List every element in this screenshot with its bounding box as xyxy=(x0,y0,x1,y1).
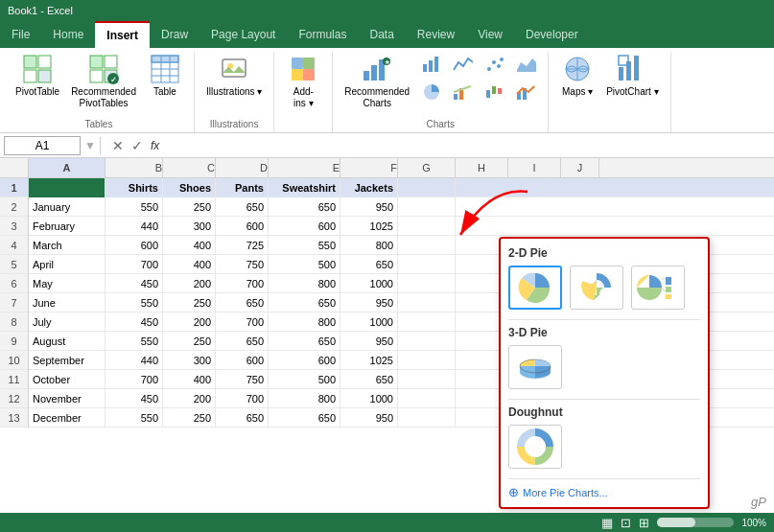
col-header-g[interactable]: G xyxy=(398,158,456,177)
cell-f6[interactable]: 1000 xyxy=(340,274,398,293)
cell-e11[interactable]: 500 xyxy=(269,370,340,389)
cell-d7[interactable]: 650 xyxy=(216,293,269,312)
cell-b9[interactable]: 550 xyxy=(106,332,163,351)
tab-file[interactable]: File xyxy=(0,21,41,48)
tab-review[interactable]: Review xyxy=(406,21,466,48)
pie-3d-button[interactable] xyxy=(508,345,562,389)
cell-a11[interactable]: October xyxy=(29,370,106,389)
cell-f7[interactable]: 950 xyxy=(340,293,398,312)
cell-c3[interactable]: 300 xyxy=(163,217,216,236)
cell-f10[interactable]: 1025 xyxy=(340,351,398,370)
cell-a2[interactable]: January xyxy=(29,197,106,217)
cell-b2[interactable]: 550 xyxy=(106,197,163,217)
cell-e3[interactable]: 600 xyxy=(269,217,340,236)
bar-chart-button[interactable] xyxy=(417,52,446,77)
table-button[interactable]: Table xyxy=(144,52,186,100)
col-header-c[interactable]: C xyxy=(163,158,216,177)
area-chart-button[interactable] xyxy=(511,52,540,77)
cell-d12[interactable]: 700 xyxy=(216,389,269,408)
cell-a3[interactable]: February xyxy=(29,217,106,236)
pie-bar-button[interactable] xyxy=(631,266,685,310)
cell-b3[interactable]: 440 xyxy=(106,217,163,236)
cell-a7[interactable]: June xyxy=(29,293,106,312)
cell-a8[interactable]: July xyxy=(29,312,106,332)
recommended-charts-button[interactable]: ★ RecommendedCharts xyxy=(340,52,413,111)
zoom-slider[interactable] xyxy=(657,518,734,527)
cell-a4[interactable]: March xyxy=(29,236,106,255)
cell-e9[interactable]: 650 xyxy=(269,332,340,351)
cell-g11[interactable] xyxy=(398,370,456,389)
cell-d3[interactable]: 600 xyxy=(216,217,269,236)
cell-b11[interactable]: 700 xyxy=(106,370,163,389)
cell-b8[interactable]: 450 xyxy=(106,312,163,332)
cell-b4[interactable]: 600 xyxy=(106,236,163,255)
cell-f4[interactable]: 800 xyxy=(340,236,398,255)
cell-g9[interactable] xyxy=(398,332,456,351)
cell-d5[interactable]: 750 xyxy=(216,255,269,274)
tab-page-layout[interactable]: Page Layout xyxy=(199,21,287,48)
line-chart-button[interactable] xyxy=(448,52,477,77)
cell-c1[interactable]: Shoes xyxy=(163,178,216,197)
cell-d13[interactable]: 650 xyxy=(216,408,269,428)
cell-a1[interactable] xyxy=(29,178,106,197)
col-header-a[interactable]: A xyxy=(29,158,106,177)
tab-insert[interactable]: Insert xyxy=(95,21,150,48)
cell-f11[interactable]: 650 xyxy=(340,370,398,389)
cell-a10[interactable]: September xyxy=(29,351,106,370)
cell-g12[interactable] xyxy=(398,389,456,408)
cell-c2[interactable]: 250 xyxy=(163,197,216,217)
tab-draw[interactable]: Draw xyxy=(150,21,199,48)
cell-b10[interactable]: 440 xyxy=(106,351,163,370)
illustrations-button[interactable]: Illustrations ▾ xyxy=(202,52,266,100)
pivot-chart-button[interactable]: PivotChart ▾ xyxy=(602,52,662,100)
tab-data[interactable]: Data xyxy=(358,21,405,48)
cell-g2[interactable] xyxy=(398,197,456,217)
cell-c11[interactable]: 400 xyxy=(163,370,216,389)
tab-formulas[interactable]: Formulas xyxy=(287,21,358,48)
cell-g3[interactable] xyxy=(398,217,456,236)
cell-c8[interactable]: 200 xyxy=(163,312,216,332)
cell-d8[interactable]: 700 xyxy=(216,312,269,332)
scatter-chart-button[interactable] xyxy=(481,52,509,77)
col-header-h[interactable]: H xyxy=(456,158,508,177)
col-header-j[interactable]: J xyxy=(561,158,599,177)
cell-f12[interactable]: 1000 xyxy=(340,389,398,408)
cell-d4[interactable]: 725 xyxy=(216,236,269,255)
cell-c5[interactable]: 400 xyxy=(163,255,216,274)
cell-b12[interactable]: 450 xyxy=(106,389,163,408)
pie-donut-cut-button[interactable] xyxy=(570,266,623,310)
cell-g6[interactable] xyxy=(398,274,456,293)
page-break-view-icon[interactable]: ⊞ xyxy=(639,516,649,530)
cell-d10[interactable]: 600 xyxy=(216,351,269,370)
cell-a5[interactable]: April xyxy=(29,255,106,274)
cell-c10[interactable]: 300 xyxy=(163,351,216,370)
cell-e4[interactable]: 550 xyxy=(269,236,340,255)
cell-e12[interactable]: 800 xyxy=(269,389,340,408)
cell-f9[interactable]: 950 xyxy=(340,332,398,351)
cell-g4[interactable] xyxy=(398,236,456,255)
cell-a9[interactable]: August xyxy=(29,332,106,351)
cell-c9[interactable]: 250 xyxy=(163,332,216,351)
normal-view-icon[interactable]: ▦ xyxy=(601,516,613,530)
pivot-table-button[interactable]: PivotTable xyxy=(12,52,63,100)
page-layout-view-icon[interactable]: ⊡ xyxy=(621,516,631,530)
cell-e5[interactable]: 500 xyxy=(269,255,340,274)
cell-f1[interactable]: Jackets xyxy=(340,178,398,197)
cell-e2[interactable]: 650 xyxy=(269,197,340,217)
more-charts-button[interactable] xyxy=(448,80,477,104)
formula-input[interactable] xyxy=(163,139,770,152)
cell-a6[interactable]: May xyxy=(29,274,106,293)
cell-b5[interactable]: 700 xyxy=(106,255,163,274)
cell-c7[interactable]: 250 xyxy=(163,293,216,312)
cell-d2[interactable]: 650 xyxy=(216,197,269,217)
col-header-f[interactable]: F xyxy=(340,158,398,177)
maps-button[interactable]: Maps ▾ xyxy=(556,52,598,100)
more-pie-charts-link[interactable]: ⊕ More Pie Charts... xyxy=(508,485,700,499)
cell-e6[interactable]: 800 xyxy=(269,274,340,293)
tab-view[interactable]: View xyxy=(466,21,514,48)
cell-e1[interactable]: Sweatshirt xyxy=(269,178,340,197)
cell-c12[interactable]: 200 xyxy=(163,389,216,408)
waterfall-chart-button[interactable] xyxy=(481,80,509,104)
addins-button[interactable]: Add-ins ▾ xyxy=(282,52,324,111)
cell-g10[interactable] xyxy=(398,351,456,370)
